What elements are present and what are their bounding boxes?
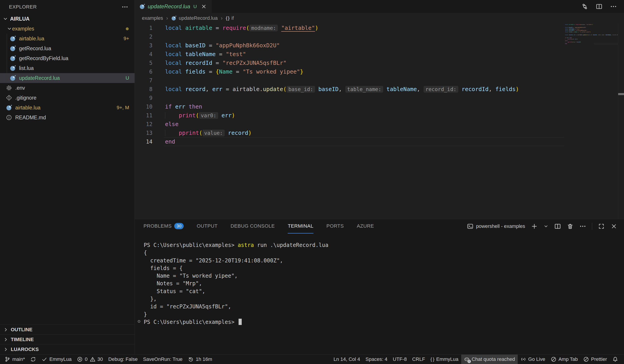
code-line-5: 5local recordId = "recPZxJUNA5qsfBLr" — [135, 58, 624, 67]
code-line-12: 12else — [135, 120, 624, 129]
panel-header: PROBLEMS 30 OUTPUT DEBUG CONSOLE TERMINA… — [135, 219, 624, 234]
status-item-emmylua-server-status[interactable]: EmmyLua — [39, 355, 74, 364]
tree-item-airtable-lua[interactable]: airtable.lua9+ — [0, 34, 134, 44]
tree-item-list-lua[interactable]: list.lua — [0, 63, 134, 73]
code-line-11: 11 print(var0: err) — [135, 111, 624, 120]
new-terminal-icon[interactable] — [531, 223, 538, 230]
status-item-chat-quota[interactable]: !Chat quota reached — [461, 355, 518, 364]
tree-item-readme-md[interactable]: README.md — [0, 113, 134, 123]
workspace-label: AIRLUA — [10, 16, 30, 22]
sidebar-section-timeline[interactable]: TIMELINE — [0, 335, 134, 344]
code-editor[interactable]: 1local airtable = require(modname: "airt… — [135, 24, 624, 219]
explorer-header: EXPLORER — [0, 0, 134, 14]
status-item-save-on-run-flag[interactable]: SaveOnRun: True — [140, 355, 185, 364]
terminal-line: createdTime = "2025-12-20T19:41:08.000Z"… — [144, 257, 624, 264]
tree-item-updaterecord-lua[interactable]: updateRecord.luaU — [0, 73, 134, 83]
terminal-session-select[interactable]: powershell - examples — [467, 223, 525, 230]
tree-item-examples[interactable]: examples — [0, 24, 134, 34]
status-item-time-tracker[interactable]: 1h 16m — [185, 355, 215, 364]
vscode-window: EXPLORER AIRLUA examples airtable.lua9+ … — [0, 0, 624, 364]
close-icon[interactable] — [201, 3, 207, 9]
terminal-line: id = "recPZxJUNA5qsfBLr", — [144, 303, 624, 311]
git-status-badge: 9+ — [124, 36, 134, 42]
open-changes-icon[interactable] — [581, 3, 588, 10]
status-item-sync-status[interactable] — [27, 355, 39, 364]
status-item-amp-tab[interactable]: Amp Tab — [548, 355, 580, 364]
tree-item-getrecord-lua[interactable]: getRecord.lua — [0, 44, 134, 53]
editor-group: updateRecord.lua U examples › updateReco… — [135, 0, 624, 354]
line-number: 10 — [135, 103, 153, 111]
gear-icon — [6, 85, 12, 91]
split-editor-icon[interactable] — [596, 3, 602, 10]
line-number: 4 — [135, 50, 153, 59]
code-line-14: 14end — [135, 137, 624, 146]
breadcrumb-file[interactable]: updateRecord.lua — [179, 15, 218, 21]
kill-terminal-trash-icon[interactable] — [567, 223, 573, 230]
close-panel-icon[interactable] — [611, 223, 617, 230]
panel-tab-ports[interactable]: PORTS — [326, 219, 344, 234]
status-item-prettier[interactable]: Prettier — [580, 355, 610, 364]
status-item-indentation[interactable]: Spaces: 4 — [363, 355, 390, 364]
sidebar-section-outline[interactable]: OUTLINE — [0, 325, 134, 335]
chevron-down-icon — [3, 16, 8, 22]
split-terminal-icon[interactable] — [554, 223, 561, 230]
line-number: 8 — [135, 85, 153, 94]
tree-item--env[interactable]: .env — [0, 83, 134, 93]
minimap[interactable]: local airtable = require(modname: "airta… — [565, 24, 618, 150]
code-line-3: 3local baseID = "appPuNphBk66oxD2U" — [135, 41, 624, 50]
status-item-cursor-position[interactable]: Ln 14, Col 4 — [331, 355, 363, 364]
sidebar-section-luarocks[interactable]: LUAROCKS — [0, 344, 134, 354]
status-item-language-mode[interactable]: { }EmmyLua — [428, 355, 461, 364]
error-icon — [77, 356, 83, 362]
copilot-warning-icon: ! — [464, 356, 470, 362]
panel-tab-debug-console[interactable]: DEBUG CONSOLE — [231, 219, 275, 234]
panel-tab-terminal[interactable]: TERMINAL — [288, 219, 313, 234]
lua-file-icon — [10, 55, 16, 61]
panel-tab-azure[interactable]: AZURE — [357, 219, 374, 234]
status-item-go-live[interactable]: Go Live — [518, 355, 548, 364]
breadcrumb-separator: › — [166, 15, 168, 21]
terminal-line: }, — [144, 295, 624, 303]
tree-item-getrecordbyfield-lua[interactable]: getRecordByField.lua — [0, 53, 134, 63]
explorer-sidebar: EXPLORER AIRLUA examples airtable.lua9+ … — [0, 0, 135, 354]
breadcrumb-symbol[interactable]: if — [231, 15, 234, 21]
slash-circle-icon — [551, 356, 556, 362]
code-line-9: 9 — [135, 94, 624, 102]
info-icon — [6, 114, 12, 121]
code-line-10: 10if err then — [135, 102, 624, 111]
status-item-encoding[interactable]: UTF-8 — [390, 355, 409, 364]
status-item-notifications-bell[interactable] — [610, 355, 621, 364]
more-actions-icon[interactable] — [579, 223, 586, 230]
symbol-braces-icon: { } — [226, 16, 229, 21]
workspace-root-airlua[interactable]: AIRLUA — [0, 14, 134, 24]
breadcrumb: examples › updateRecord.lua › { } if — [135, 13, 624, 24]
panel-tab-problems[interactable]: PROBLEMS 30 — [144, 219, 184, 234]
tree-item-airtable-lua[interactable]: airtable.lua9+, M — [0, 103, 134, 113]
lua-file-icon — [10, 45, 16, 52]
terminal-output[interactable]: PS C:\Users\public\examples> astra run .… — [135, 234, 624, 354]
terminal-icon — [467, 223, 473, 230]
command-decoration-icon[interactable] — [138, 320, 140, 323]
bell-icon — [612, 356, 618, 362]
line-number: 13 — [135, 129, 153, 137]
panel-tab-output[interactable]: OUTPUT — [197, 219, 217, 234]
maximize-panel-icon[interactable] — [598, 223, 605, 230]
breadcrumb-folder[interactable]: examples — [142, 15, 163, 21]
more-actions-icon[interactable] — [610, 3, 617, 10]
tree-item--gitignore[interactable]: .gitignore — [0, 93, 134, 103]
tab-updaterecord-lua[interactable]: updateRecord.lua U — [135, 0, 212, 13]
status-item-problems-status[interactable]: 030 — [74, 355, 105, 364]
line-number: 11 — [135, 111, 153, 120]
tab-label: updateRecord.lua — [148, 3, 190, 10]
terminal-line: Notes = "Mrp", — [144, 280, 624, 287]
terminal-line: PS C:\Users\public\examples> astra run .… — [144, 241, 624, 249]
chevron-down-icon[interactable] — [544, 223, 548, 230]
breadcrumb-separator: › — [221, 15, 223, 21]
explorer-more-actions-icon[interactable] — [122, 3, 128, 10]
code-line-13: 13 pprint(value: record) — [135, 129, 624, 137]
status-item-eol[interactable]: CRLF — [409, 355, 428, 364]
status-item-debug-flag[interactable]: Debug: False — [105, 355, 140, 364]
terminal-session-label: powershell - examples — [476, 223, 525, 229]
code-line-8: 8local record, err = airtable.update(bas… — [135, 85, 624, 94]
status-item-branch-status[interactable]: main* — [2, 355, 27, 364]
